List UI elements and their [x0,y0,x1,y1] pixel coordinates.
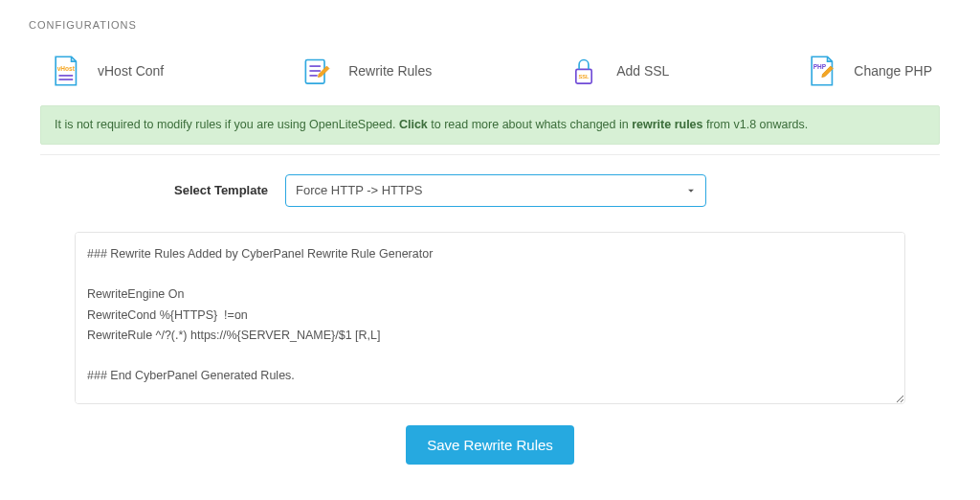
tab-label: Rewrite Rules [348,63,432,79]
tab-rewrite-rules[interactable]: Rewrite Rules [299,54,432,88]
rewrite-rules-textarea[interactable] [75,232,905,404]
svg-text:vHost: vHost [57,65,76,72]
select-template[interactable]: Force HTTP -> HTTPS [285,174,706,207]
alert-bold: rewrite rules [632,118,702,131]
tab-change-php[interactable]: PHP Change PHP [804,54,932,88]
info-alert[interactable]: It is not required to modify rules if yo… [40,105,940,145]
alert-click: Click [399,118,428,131]
vhost-conf-icon: vHost [48,54,82,88]
svg-text:PHP: PHP [813,63,827,70]
page-title: CONFIGURATIONS [29,19,951,31]
change-php-icon: PHP [804,54,838,88]
tab-label: vHost Conf [98,63,164,79]
tab-add-ssl[interactable]: SSL Add SSL [567,54,669,88]
svg-text:SSL: SSL [579,74,590,80]
select-template-label: Select Template [174,183,268,197]
divider [40,154,940,155]
save-rewrite-rules-button[interactable]: Save Rewrite Rules [406,425,574,465]
tab-label: Change PHP [854,63,932,79]
tab-label: Add SSL [616,63,669,79]
alert-text: It is not required to modify rules if yo… [55,118,399,131]
add-ssl-icon: SSL [567,54,601,88]
config-tabs: vHost vHost Conf Rewrite Rules [29,54,951,105]
alert-text: from v1.8 onwards. [703,118,809,131]
alert-text: to read more about whats changed in [428,118,632,131]
rewrite-rules-icon [299,54,333,88]
tab-vhost-conf[interactable]: vHost vHost Conf [48,54,164,88]
